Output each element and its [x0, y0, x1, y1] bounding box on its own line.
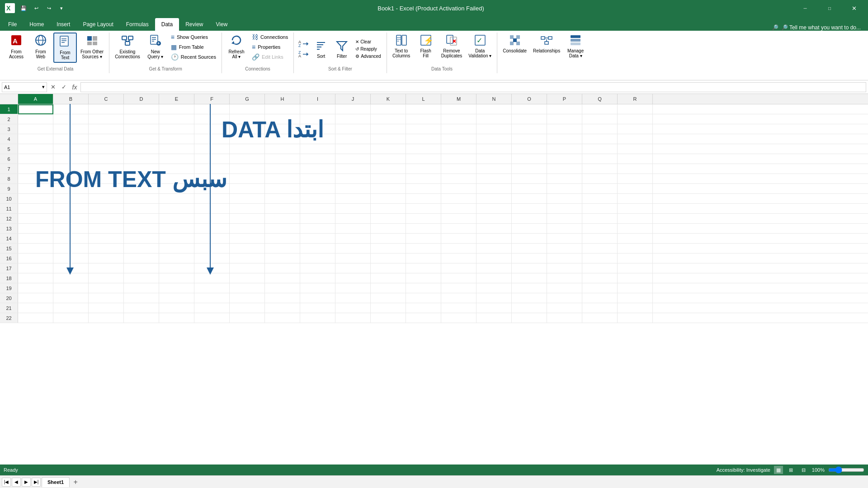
cell-N16[interactable] — [476, 253, 512, 263]
cell-O20[interactable] — [512, 293, 547, 303]
cell-R6[interactable] — [618, 154, 653, 164]
relationships-btn[interactable]: Relationships — [530, 33, 563, 55]
cell-Q17[interactable] — [582, 263, 618, 273]
show-queries-btn[interactable]: ≡ Show Queries — [168, 33, 219, 42]
cell-O5[interactable] — [512, 144, 547, 154]
name-box[interactable]: A1 ▾ — [2, 82, 47, 92]
cell-I16[interactable] — [300, 253, 335, 263]
cell-A1[interactable] — [18, 104, 53, 114]
cell-D11[interactable] — [124, 204, 159, 214]
cell-G21[interactable] — [230, 303, 265, 313]
row-number-5[interactable]: 5 — [0, 144, 18, 154]
cell-Q4[interactable] — [582, 134, 618, 144]
cell-E20[interactable] — [159, 293, 194, 303]
cell-M22[interactable] — [441, 313, 476, 323]
tab-formulas[interactable]: Formulas — [120, 18, 155, 31]
cell-Q21[interactable] — [582, 303, 618, 313]
cell-D1[interactable] — [124, 104, 159, 114]
cell-B1[interactable] — [53, 104, 89, 114]
cell-F13[interactable] — [194, 224, 230, 234]
cell-J11[interactable] — [335, 204, 371, 214]
cell-D6[interactable] — [124, 154, 159, 164]
cell-I19[interactable] — [300, 283, 335, 293]
cell-M19[interactable] — [441, 283, 476, 293]
cell-P15[interactable] — [547, 244, 582, 253]
cell-C4[interactable] — [89, 134, 124, 144]
cell-E13[interactable] — [159, 224, 194, 234]
cell-G20[interactable] — [230, 293, 265, 303]
cell-B17[interactable] — [53, 263, 89, 273]
col-header-r[interactable]: R — [618, 94, 653, 104]
cell-C21[interactable] — [89, 303, 124, 313]
cell-B8[interactable] — [53, 174, 89, 184]
cell-J1[interactable] — [335, 104, 371, 114]
cell-C18[interactable] — [89, 273, 124, 283]
cell-H7[interactable] — [265, 164, 300, 174]
cell-I5[interactable] — [300, 144, 335, 154]
cell-O1[interactable] — [512, 104, 547, 114]
tab-file[interactable]: File — [2, 18, 23, 31]
cell-Q11[interactable] — [582, 204, 618, 214]
row-number-10[interactable]: 10 — [0, 194, 18, 203]
cell-N3[interactable] — [476, 124, 512, 134]
cell-K11[interactable] — [371, 204, 406, 214]
cell-I8[interactable] — [300, 174, 335, 184]
cell-A4[interactable] — [18, 134, 53, 144]
cell-I13[interactable] — [300, 224, 335, 234]
cell-G11[interactable] — [230, 204, 265, 214]
cell-M1[interactable] — [441, 104, 476, 114]
restore-btn[interactable]: □ — [819, 0, 840, 16]
cell-N13[interactable] — [476, 224, 512, 234]
cell-G1[interactable] — [230, 104, 265, 114]
cell-N17[interactable] — [476, 263, 512, 273]
cell-N9[interactable] — [476, 184, 512, 194]
cell-G22[interactable] — [230, 313, 265, 323]
cell-H6[interactable] — [265, 154, 300, 164]
sheet-tab-1[interactable]: Sheet1 — [42, 477, 70, 487]
cell-J8[interactable] — [335, 174, 371, 184]
insert-function-btn[interactable]: fx — [70, 82, 80, 92]
cell-P5[interactable] — [547, 144, 582, 154]
minimize-btn[interactable]: ─ — [795, 0, 816, 16]
cell-A16[interactable] — [18, 253, 53, 263]
cell-R3[interactable] — [618, 124, 653, 134]
cell-R22[interactable] — [618, 313, 653, 323]
cell-I1[interactable] — [300, 104, 335, 114]
cell-H13[interactable] — [265, 224, 300, 234]
cell-G3[interactable] — [230, 124, 265, 134]
cell-R17[interactable] — [618, 263, 653, 273]
cell-E7[interactable] — [159, 164, 194, 174]
col-header-c[interactable]: C — [89, 94, 124, 104]
cell-P6[interactable] — [547, 154, 582, 164]
cell-J3[interactable] — [335, 124, 371, 134]
cell-B6[interactable] — [53, 154, 89, 164]
cell-E6[interactable] — [159, 154, 194, 164]
cell-Q18[interactable] — [582, 273, 618, 283]
cell-C10[interactable] — [89, 194, 124, 204]
cell-N14[interactable] — [476, 234, 512, 244]
cell-F19[interactable] — [194, 283, 230, 293]
undo-quick-btn[interactable]: ↩ — [31, 3, 42, 14]
row-number-8[interactable]: 8 — [0, 174, 18, 183]
cell-J21[interactable] — [335, 303, 371, 313]
cell-L10[interactable] — [406, 194, 441, 204]
cell-D4[interactable] — [124, 134, 159, 144]
cell-E1[interactable] — [159, 104, 194, 114]
cell-B5[interactable] — [53, 144, 89, 154]
cell-E12[interactable] — [159, 214, 194, 224]
row-number-11[interactable]: 11 — [0, 204, 18, 213]
cell-L5[interactable] — [406, 144, 441, 154]
normal-view-btn[interactable]: ▦ — [774, 466, 783, 474]
cell-G6[interactable] — [230, 154, 265, 164]
tab-review[interactable]: Review — [179, 18, 209, 31]
cell-M7[interactable] — [441, 164, 476, 174]
cell-M10[interactable] — [441, 194, 476, 204]
cell-G15[interactable] — [230, 244, 265, 253]
cell-O3[interactable] — [512, 124, 547, 134]
cell-L22[interactable] — [406, 313, 441, 323]
cell-A21[interactable] — [18, 303, 53, 313]
cell-D21[interactable] — [124, 303, 159, 313]
cell-I21[interactable] — [300, 303, 335, 313]
cell-D12[interactable] — [124, 214, 159, 224]
cell-B13[interactable] — [53, 224, 89, 234]
